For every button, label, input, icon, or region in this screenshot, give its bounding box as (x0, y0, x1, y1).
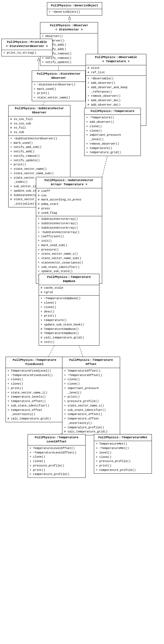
box-temperature-fixed-level: FullPhysics::TemperatureFixedLevel + Tem… (6, 357, 64, 422)
box-temperature-offset: FullPhysics::TemperatureOffset + Tempera… (62, 357, 120, 435)
box-observer-title: FullPhysics::Observer< StateVector > (40, 22, 98, 33)
box-temperature-met-methods: + TemperatureMet() + ~TemperatureMet() +… (94, 441, 152, 473)
box-sub-state-vector-array: FullPhysics::SubStateVectorArray< Temper… (36, 177, 102, 284)
box-temperature-met-title: FullPhysics::TemperatureMet (94, 434, 152, 441)
box-observable-title: FullPhysics::Observable< Temperature > (86, 54, 146, 65)
box-temperature-offset-methods: + TemperatureOffset() + ~TemperatureOffs… (62, 368, 120, 435)
box-generic-object-methods: + ~GenericObject() (47, 9, 102, 15)
box-sub-state-vector-array-attrs: # coeff # cov # mark_according_to_press … (36, 188, 102, 217)
box-printable: FullPhysics::Printable< StateVectorObser… (1, 39, 52, 56)
box-temperature-methods: + ~Temperature() + add_observer() + clon… (84, 115, 141, 156)
box-temperature-fixed-level-title: FullPhysics::TemperatureFixedLevel (6, 357, 63, 368)
box-sub-state-vector-array-title: FullPhysics::SubStateVectorArray< Temper… (36, 177, 102, 188)
box-temperature-level-offset: FullPhysics::TemperatureLevelOffset + Te… (28, 434, 86, 478)
box-state-vector-observer: FullPhysics::StateVectorObserver + ~Stat… (32, 71, 86, 101)
box-temperature-title: FullPhysics::Temperature (84, 108, 141, 115)
box-temperature-offset-title: FullPhysics::TemperatureOffset (62, 357, 120, 368)
box-printable-methods: + print_to_string() (2, 50, 52, 56)
box-temperature-imp-base-methods: + ~TemperatureImpBase() + clone() + clon… (39, 296, 99, 345)
box-temperature-level-offset-methods: + TemperatureLevelOffset() + ~Temperatur… (28, 445, 85, 478)
box-printable-title: FullPhysics::Printable< StateVectorObser… (2, 39, 52, 50)
box-generic-object: FullPhysics::GenericObject + ~GenericObj… (47, 2, 102, 15)
box-generic-object-title: FullPhysics::GenericObject (47, 2, 102, 9)
box-temperature-level-offset-title: FullPhysics::TemperatureLevelOffset (28, 434, 85, 445)
diagram-container: FullPhysics::GenericObject + ~GenericObj… (0, 0, 164, 644)
box-temperature-imp-base-attrs: # cache_stale # tgrid (39, 285, 99, 296)
box-state-vector-observer-title: FullPhysics::StateVectorObserver (32, 71, 85, 82)
box-sub-state-vector-observer-attrs: # sv_cov_full # sv_cov_sub # sv_full # s… (9, 116, 70, 136)
box-observable-attrs: # olist # ref_list (86, 65, 146, 76)
box-temperature-fixed-level-methods: + TemperatureFixedLevel() + ~Temperature… (6, 368, 63, 422)
box-temperature-imp-base-title: FullPhysics::TemperatureImpBase (39, 274, 99, 285)
box-sub-state-vector-observer-title: FullPhysics::SubStateVectorObserver (9, 105, 70, 116)
box-temperature-met: FullPhysics::TemperatureMet + Temperatur… (94, 434, 152, 474)
box-temperature: FullPhysics::Temperature + ~Temperature(… (84, 108, 141, 156)
box-temperature-imp-base: FullPhysics::TemperatureImpBase # cache_… (39, 274, 99, 346)
box-state-vector-observer-methods: + ~StateVectorObserver() + mark_used() +… (32, 82, 85, 101)
box-sub-state-vector-array-methods: + SubStateVectorArray() + SubStateVector… (36, 216, 102, 283)
